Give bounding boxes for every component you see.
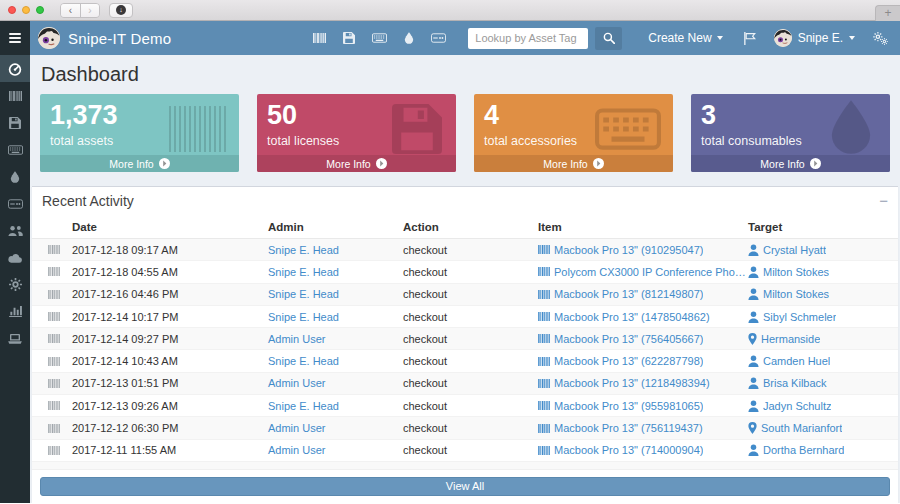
admin-link[interactable]: Admin User [268,444,325,456]
licenses-floppy-icon[interactable] [343,32,355,44]
target-link[interactable]: Milton Stokes [763,288,829,300]
target-link[interactable]: Brisa Kilback [763,377,827,389]
target-link[interactable]: Crystal Hyatt [763,244,826,256]
brand[interactable]: Snipe-IT Demo [38,27,171,49]
barcode-icon [538,379,550,388]
item-link[interactable]: Macbook Pro 13" (955981065) [554,400,703,412]
admin-link[interactable]: Snipe E. Head [268,311,339,323]
more-info-link[interactable]: More Info [40,155,239,172]
sidebar-item-accessories[interactable] [0,136,30,163]
window-close-button[interactable] [8,6,16,14]
sidebar-toggle-button[interactable] [0,21,30,55]
activity-date: 2017-12-13 09:26 AM [72,400,268,412]
search-button[interactable] [595,27,622,50]
user-icon [748,400,759,412]
item-link[interactable]: Macbook Pro 13" (1478504862) [554,311,710,323]
admin-link[interactable]: Admin User [268,333,325,345]
barcode-icon [48,245,72,254]
barcode-icon [538,312,550,321]
sidebar-item-people[interactable] [0,217,30,244]
item-link[interactable]: Macbook Pro 13" (756119437) [554,422,703,434]
target-link[interactable]: Sibyl Schmeler [763,311,836,323]
extension-button[interactable]: ↓ [109,3,133,18]
stat-box-total-accessories[interactable]: 4 total accessories More Info [474,94,673,172]
admin-settings-button[interactable] [873,32,888,45]
target-link[interactable]: Milton Stokes [763,266,829,278]
admin-link[interactable]: Admin User [268,377,325,389]
activity-action: checkout [403,422,538,434]
user-icon [748,244,759,256]
arrow-circle-right-icon [159,158,170,169]
arrow-circle-right-icon [810,158,821,169]
create-new-dropdown[interactable]: Create New [648,31,722,45]
collapse-button[interactable]: − [879,194,888,208]
item-link[interactable]: Macbook Pro 13" (1218498394) [554,377,710,389]
admin-link[interactable]: Snipe E. Head [268,288,339,300]
target-link[interactable]: Camden Huel [763,355,830,367]
more-info-link[interactable]: More Info [691,155,890,172]
sidebar-item-import[interactable] [0,244,30,271]
admin-link[interactable]: Admin User [268,422,325,434]
flag-button[interactable] [743,32,756,45]
view-all-button[interactable]: View All [40,477,890,496]
new-tab-button[interactable]: + [875,5,900,21]
sidebar-item-licenses[interactable] [0,109,30,136]
item-link[interactable]: Macbook Pro 13" (910295047) [554,244,703,256]
back-button[interactable]: ‹ [61,4,80,17]
target-link[interactable]: Jadyn Schultz [763,400,831,412]
user-icon [748,377,759,389]
item-link[interactable]: Macbook Pro 13" (622287798) [554,355,703,367]
components-hdd-icon[interactable] [431,33,446,43]
activity-date: 2017-12-13 01:51 PM [72,377,268,389]
admin-link[interactable]: Snipe E. Head [268,400,339,412]
activity-date: 2017-12-11 11:55 AM [72,444,268,456]
activity-date: 2017-12-14 10:17 PM [72,311,268,323]
barcode-icon [48,401,72,410]
sidebar-item-components[interactable] [0,190,30,217]
user-icon [748,266,759,278]
stat-box-total-consumables[interactable]: 3 total consumables More Info [691,94,890,172]
item-link[interactable]: Polycom CX3000 IP Conference Phone (1614… [554,266,748,278]
more-info-link[interactable]: More Info [474,155,673,172]
sidebar-item-reports[interactable] [0,298,30,325]
window-minimize-button[interactable] [22,6,30,14]
column-target: Target [748,221,898,233]
forward-button[interactable]: › [80,4,99,17]
assets-barcode-icon[interactable] [313,33,326,43]
admin-link[interactable]: Snipe E. Head [268,355,339,367]
asset-tag-search-input[interactable] [468,28,588,49]
more-info-link[interactable]: More Info [257,155,456,172]
barcode-icon [48,312,72,321]
cloud-icon [8,253,22,263]
stat-box-total-licenses[interactable]: 50 total licenses More Info [257,94,456,172]
activity-action: checkout [403,311,538,323]
sidebar-item-assets[interactable] [0,82,30,109]
target-link[interactable]: Hermanside [761,333,820,345]
item-link[interactable]: Macbook Pro 13" (714000904) [554,444,703,456]
window-zoom-button[interactable] [36,6,44,14]
page-title: Dashboard [41,63,900,86]
sidebar-item-requestable[interactable] [0,325,30,352]
brand-name: Snipe-IT Demo [68,30,171,47]
item-link[interactable]: Macbook Pro 13" (812149807) [554,288,703,300]
search-icon [603,32,615,44]
sidebar-item-consumables[interactable] [0,163,30,190]
item-link[interactable]: Macbook Pro 13" (756405667) [554,333,703,345]
table-header: Date Admin Action Item Target [32,215,898,239]
target-link[interactable]: South Marianfort [761,422,842,434]
admin-link[interactable]: Snipe E. Head [268,266,339,278]
barcode-icon [538,334,550,343]
hdd-icon [8,199,23,209]
target-link[interactable]: Dortha Bernhard [763,444,844,456]
stat-box-total-assets[interactable]: 1,373 total assets More Info [40,94,239,172]
user-menu[interactable]: Snipe E. [774,29,855,47]
admin-link[interactable]: Snipe E. Head [268,244,339,256]
column-admin: Admin [268,221,403,233]
sidebar-item-settings[interactable] [0,271,30,298]
content-area: Dashboard 1,373 total assets More Info [30,55,900,503]
consumables-tint-icon[interactable] [404,32,414,44]
hamburger-icon [9,31,21,45]
barcode-icon [48,357,72,366]
accessories-keyboard-icon[interactable] [372,33,387,43]
sidebar-item-dashboard[interactable] [0,55,30,82]
